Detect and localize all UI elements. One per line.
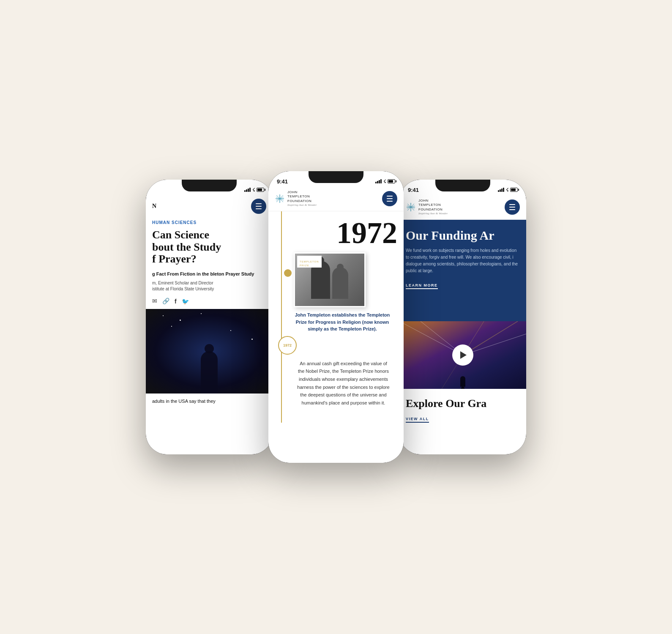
wifi-icon-right: ☇: [506, 187, 508, 193]
timeline-dot: [284, 269, 292, 277]
article-category: HUMAN SCIENCES: [146, 218, 273, 227]
notch-right: [435, 180, 490, 191]
timeline-year: 1972: [275, 218, 397, 248]
phone-left-screen: ☇ N HUMAN SCIENCES Can Sciencebout the: [146, 180, 273, 454]
wifi-icon-middle: ☇: [383, 179, 386, 184]
person-silhouette: [192, 326, 226, 394]
svg-point-6: [279, 198, 281, 199]
funding-header: JOHN TEMPLETON FOUNDATION Inspiring Awe …: [399, 197, 526, 220]
phone-middle: 9:41 ☇: [268, 171, 404, 463]
figure-head-woman: [337, 264, 344, 271]
person-body: [201, 351, 218, 394]
jtf-logo-right: JOHN TEMPLETON FOUNDATION Inspiring Awe …: [406, 199, 448, 215]
video-thumbnail[interactable]: [399, 321, 526, 389]
jtf-logo: JOHN TEMPLETON FOUNDATION Inspiring Awe …: [275, 190, 317, 207]
grants-section: Explore Our Gra VIEW ALL: [399, 389, 526, 427]
twitter-icon[interactable]: 🐦: [182, 298, 189, 305]
jtf-header: JOHN TEMPLETON FOUNDATION Inspiring Awe …: [268, 188, 404, 211]
jtf-star-icon: [275, 194, 285, 204]
status-time-middle: 9:41: [277, 178, 288, 185]
video-figure: [460, 376, 465, 387]
battery-icon-left: [257, 188, 264, 192]
phone-left: ☇ N HUMAN SCIENCES Can Sciencebout the: [146, 180, 273, 454]
video-figure-body: [460, 376, 465, 387]
article-image-bg: [146, 309, 273, 394]
star-6: [251, 339, 253, 340]
article-subtitle: g Fact From Fiction in the bleton Prayer…: [146, 268, 273, 279]
jtf-logo-text-right: JOHN TEMPLETON FOUNDATION Inspiring Awe …: [418, 199, 448, 215]
funding-blue-section: Our Funding Ar We fund work on subjects …: [399, 220, 526, 321]
status-icons-middle: ☇: [375, 179, 395, 184]
notch-middle: [309, 171, 363, 183]
phone3-content: JOHN TEMPLETON FOUNDATION Inspiring Awe …: [399, 197, 526, 454]
article-stat: adults in the USA say that they: [146, 394, 273, 409]
timeline-image: TEMPLETON PRIZE: [294, 252, 366, 307]
status-time-right: 9:41: [408, 187, 419, 193]
phone2-content: JOHN TEMPLETON FOUNDATION Inspiring Awe …: [268, 188, 404, 463]
play-button[interactable]: [452, 344, 473, 366]
jtf-tagline-right: Inspiring Awe & Wonder: [418, 212, 448, 215]
jtf-star-icon-right: [406, 202, 416, 212]
year-circle-wrapper: 1972: [275, 336, 397, 355]
star-5: [230, 330, 231, 331]
phone1-header: N: [146, 197, 273, 218]
article-author: m, Eminent Scholar and Director istitute…: [146, 279, 273, 295]
phone-middle-screen: 9:41 ☇: [268, 171, 404, 463]
learn-more-button[interactable]: LEARN MORE: [406, 283, 438, 289]
timeline-caption: John Templeton establishes the Templeton…: [294, 312, 391, 333]
phone1-nav-button[interactable]: [251, 199, 266, 214]
link-icon[interactable]: 🔗: [162, 298, 169, 305]
play-triangle-icon: [460, 351, 467, 359]
star-2: [180, 320, 181, 321]
signal-icon-left: [244, 188, 251, 192]
phones-container: ☇ N HUMAN SCIENCES Can Sciencebout the: [129, 171, 543, 463]
timeline-body: An annual cash gift exceeding the value …: [296, 360, 391, 407]
timeline-section: 1972 TEMPLETON PRIZE: [268, 211, 404, 423]
email-icon[interactable]: ✉: [152, 298, 157, 305]
svg-point-13: [410, 206, 412, 208]
jtf-logo-text: JOHN TEMPLETON FOUNDATION Inspiring Awe …: [287, 190, 317, 207]
phone-right: 9:41 ☇: [399, 180, 526, 454]
prize-label: TEMPLETON PRIZE: [297, 256, 322, 268]
notch-left: [182, 180, 237, 191]
phone-right-screen: 9:41 ☇: [399, 180, 526, 454]
view-all-button[interactable]: VIEW ALL: [406, 417, 429, 423]
article-image: [146, 309, 273, 394]
share-icons: ✉ 🔗 f 🐦: [146, 295, 273, 309]
figure-woman: [332, 267, 348, 299]
phone1-content: HUMAN SCIENCES Can Sciencebout the Study…: [146, 218, 273, 454]
phone1-logo: N: [152, 203, 156, 210]
status-icons-left: ☇: [244, 187, 264, 193]
phone3-nav-button[interactable]: [505, 199, 520, 215]
video-figure-head: [461, 387, 464, 389]
year-circle: 1972: [278, 336, 297, 355]
grants-title: Explore Our Gra: [406, 397, 520, 410]
signal-icon-right: [498, 188, 504, 192]
battery-icon-middle: [388, 179, 395, 183]
funding-description: We fund work on subjects ranging from ho…: [406, 247, 520, 274]
facebook-icon[interactable]: f: [175, 298, 177, 305]
star-1: [163, 315, 164, 316]
timeline-image-container: TEMPLETON PRIZE: [294, 252, 397, 307]
timeline-line: [281, 211, 282, 423]
status-icons-right: ☇: [498, 187, 518, 193]
wifi-icon-left: ☇: [252, 187, 255, 193]
battery-icon-right: [510, 188, 518, 192]
signal-icon-middle: [375, 179, 382, 183]
star-4: [171, 326, 172, 327]
phone2-nav-button[interactable]: [382, 191, 397, 206]
jtf-tagline: Inspiring Awe & Wonder: [287, 203, 317, 207]
star-3: [201, 313, 202, 314]
funding-title: Our Funding Ar: [406, 228, 520, 242]
article-title: Can Sciencebout the Studyf Prayer?: [146, 227, 273, 268]
